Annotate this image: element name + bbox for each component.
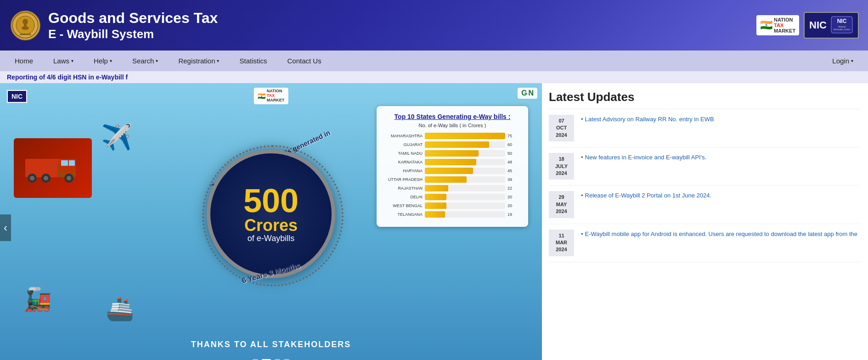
milestone-crores: Crores	[244, 217, 298, 234]
nic-badge: NIC NIC National Informatics Centre	[804, 12, 859, 39]
main-content: NIC 🇮🇳 NATION TAX MARKET G·N ‹	[0, 83, 868, 360]
bar-fill	[425, 168, 473, 174]
bar-track	[425, 133, 505, 139]
nav-help-label: Help	[94, 57, 108, 65]
svg-text:Informatics Centre: Informatics Centre	[834, 28, 851, 31]
bar-fill	[425, 202, 446, 209]
bar-value: 39	[507, 177, 519, 182]
main-nav: Home Laws ▾ Help ▾ Search ▾ Registration…	[0, 51, 868, 71]
bar-value: 60	[507, 142, 519, 147]
bar-label: WEST BENGAL	[386, 203, 423, 208]
nav-search-arrow: ▾	[156, 58, 158, 63]
bar-row: TELANGANA 19	[386, 211, 519, 218]
svg-point-16	[30, 176, 34, 180]
milestone-of-label: of e-Waybills	[248, 234, 294, 243]
banner-prev-button[interactable]: ‹	[0, 214, 11, 241]
milestone-circle: 500 Crores of e-Waybills	[207, 150, 335, 278]
nav-registration-arrow: ▾	[217, 58, 219, 63]
header-left: सत्यमेव जयते Goods and Services Tax E - …	[9, 9, 218, 41]
site-title-line1: Goods and Services Tax	[48, 9, 218, 27]
top10-subtitle: No. of e-Way bills ( in Crores )	[386, 123, 519, 128]
bullet-icon: •	[581, 154, 583, 161]
site-title-line2: E - Waybill System	[48, 27, 218, 41]
update-date: 07OCT2024	[549, 115, 574, 141]
nav-login-arrow: ▾	[851, 58, 853, 63]
svg-text:NIC: NIC	[837, 18, 847, 24]
bar-track	[425, 202, 505, 209]
nav-contact-us[interactable]: Contact Us	[277, 51, 332, 71]
bar-track	[425, 159, 505, 165]
update-text[interactable]: •E-Waybill mobile app for Android is enh…	[581, 230, 857, 239]
bar-value: 19	[507, 212, 519, 217]
bar-fill	[425, 211, 445, 218]
update-text[interactable]: •Release of E-Waybill 2 Portal on 1st Ju…	[581, 191, 711, 200]
bar-value: 20	[507, 203, 519, 208]
train-image: 🚂	[23, 286, 51, 313]
thanks-text: THANKS TO ALL STAKEHOLDERS	[191, 340, 351, 349]
update-item-1: 18JULY2024 •New features in E-invoice an…	[549, 147, 861, 186]
bar-label: HARYANA	[386, 169, 423, 173]
update-item-3: 11MAR2024 •E-Waybill mobile app for Andr…	[549, 224, 861, 262]
nav-laws[interactable]: Laws ▾	[43, 51, 84, 71]
nav-login[interactable]: Login ▾	[822, 51, 863, 71]
update-text[interactable]: •Latest Advisory on Railway RR No. entry…	[581, 115, 714, 124]
nav-help[interactable]: Help ▾	[84, 51, 122, 71]
nav-help-arrow: ▾	[110, 58, 112, 63]
news-ticker: Reporting of 4/6 digit HSN in e-Waybill …	[0, 71, 868, 83]
top10-chart: Top 10 States Generating e-Way bills : N…	[377, 106, 528, 227]
svg-text:सत्यमेव जयते: सत्यमेव जयते	[19, 33, 31, 36]
svg-rect-13	[61, 160, 68, 166]
header-title: Goods and Services Tax E - Waybill Syste…	[48, 9, 218, 41]
sidebar-latest-updates: Latest Updates 07OCT2024 •Latest Advisor…	[542, 83, 868, 360]
milestone-number: 500	[243, 184, 299, 217]
bar-value: 75	[507, 134, 519, 138]
bar-label: DELHI	[386, 195, 423, 199]
svg-point-18	[44, 176, 48, 180]
nav-registration[interactable]: Registration ▾	[168, 51, 229, 71]
bar-fill	[425, 159, 476, 165]
emblem-circle: सत्यमेव जयते	[11, 11, 40, 40]
nation-tax-market-badge: 🇮🇳 NATION TAX MARKET	[756, 15, 799, 35]
bar-fill	[425, 133, 505, 139]
truck-image	[14, 138, 92, 198]
nav-statistics[interactable]: Statistics	[229, 51, 277, 71]
nic-sublabel: NIC National Informatics Centre	[830, 16, 853, 35]
update-date: 11MAR2024	[549, 230, 574, 256]
emblem: सत्यमेव जयते	[9, 9, 41, 41]
svg-rect-14	[69, 160, 75, 166]
bar-value: 48	[507, 160, 519, 164]
bar-track	[425, 194, 505, 200]
bar-value: 22	[507, 186, 519, 191]
bar-fill	[425, 185, 448, 191]
ntm-text: NATION TAX MARKET	[774, 17, 795, 34]
nav-search-label: Search	[132, 57, 154, 65]
banner-nic-logo: NIC	[7, 90, 27, 103]
nav-search[interactable]: Search ▾	[122, 51, 169, 71]
bar-value: 20	[507, 195, 519, 199]
bar-label: RAJASTHAN	[386, 186, 423, 191]
svg-text:National: National	[838, 26, 846, 28]
top10-title: Top 10 States Generating e-Way bills :	[386, 113, 519, 120]
bar-row: TAMIL NADU 50	[386, 150, 519, 157]
bar-fill	[425, 150, 479, 157]
plane-image: ✈️	[101, 122, 133, 152]
nav-statistics-label: Statistics	[239, 57, 267, 65]
bar-label: MAHARASHTRA	[386, 134, 423, 138]
bar-row: MAHARASHTRA 75	[386, 133, 519, 139]
bullet-icon: •	[581, 192, 583, 199]
bar-fill	[425, 194, 446, 200]
bar-row: RAJASTHAN 22	[386, 185, 519, 191]
nav-home[interactable]: Home	[5, 51, 43, 71]
update-date: 29MAY2024	[549, 191, 574, 218]
banner-gstn-logo: G·N	[518, 88, 537, 99]
update-text[interactable]: •New features in E-invoice and E-waybill…	[581, 153, 706, 162]
nav-registration-label: Registration	[178, 57, 215, 65]
nav-contact-us-label: Contact Us	[287, 57, 321, 65]
bar-row: DELHI 20	[386, 194, 519, 200]
banner-section: NIC 🇮🇳 NATION TAX MARKET G·N ‹	[0, 83, 542, 360]
bar-value: 50	[507, 151, 519, 156]
nav-login-label: Login	[832, 57, 849, 65]
update-item-0: 07OCT2024 •Latest Advisory on Railway RR…	[549, 109, 861, 147]
bar-track	[425, 211, 505, 218]
bar-label: TELANGANA	[386, 212, 423, 217]
